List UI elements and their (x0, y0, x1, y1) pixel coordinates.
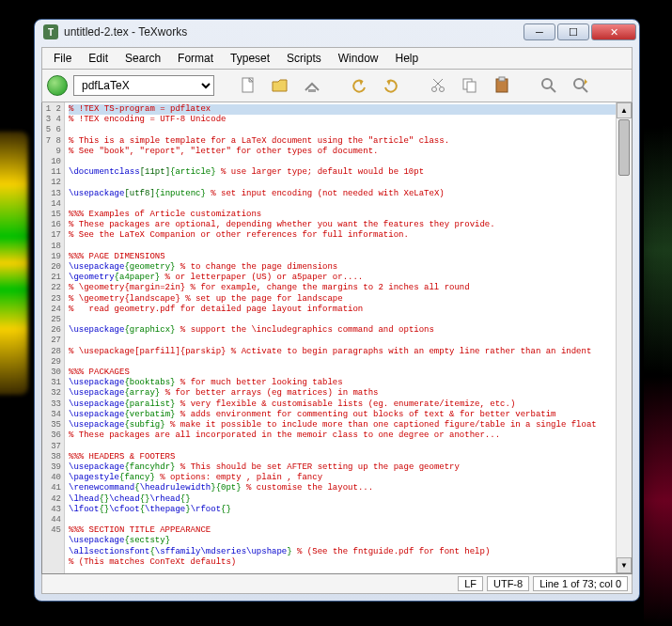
find-button[interactable] (536, 72, 562, 99)
menu-window[interactable]: Window (331, 50, 386, 67)
svg-point-2 (432, 87, 437, 92)
app-window: T untitled-2.tex - TeXworks ─ ☐ ✕ File E… (34, 19, 640, 602)
save-button[interactable] (299, 72, 325, 99)
svg-point-3 (440, 87, 445, 92)
menu-search[interactable]: Search (117, 50, 168, 67)
status-encoding[interactable]: UTF-8 (487, 576, 529, 591)
code-area[interactable]: % !TEX TS-program = pdflatex% !TEX encod… (65, 102, 632, 573)
svg-point-8 (542, 79, 552, 88)
menu-help[interactable]: Help (387, 50, 426, 67)
copy-button[interactable] (457, 72, 483, 99)
scroll-thumb[interactable] (618, 119, 630, 176)
minimize-button[interactable]: ─ (524, 23, 555, 40)
open-button[interactable] (267, 72, 293, 99)
toolbar: pdfLaTeX (41, 69, 633, 102)
menu-typeset[interactable]: Typeset (223, 50, 277, 67)
statusbar: LF UTF-8 Line 1 of 73; col 0 (41, 574, 633, 594)
scroll-down-arrow[interactable]: ▼ (617, 557, 632, 573)
cut-button[interactable] (425, 72, 451, 99)
paste-button[interactable] (489, 72, 515, 99)
titlebar[interactable]: T untitled-2.tex - TeXworks ─ ☐ ✕ (36, 21, 638, 43)
menu-format[interactable]: Format (170, 50, 221, 67)
window-title: untitled-2.tex - TeXworks (64, 25, 522, 39)
scroll-up-arrow[interactable]: ▲ (617, 102, 632, 118)
svg-rect-7 (499, 77, 505, 81)
window-controls: ─ ☐ ✕ (522, 23, 636, 40)
svg-rect-1 (308, 89, 316, 92)
maximize-button[interactable]: ☐ (557, 23, 589, 40)
editor: 1 2 3 4 5 6 7 8 9 10 11 12 13 14 15 16 1… (41, 102, 633, 574)
menubar: File Edit Search Format Typeset Scripts … (41, 47, 633, 69)
status-lineending[interactable]: LF (458, 576, 483, 591)
new-button[interactable] (235, 72, 261, 99)
replace-button[interactable] (568, 72, 594, 99)
menu-edit[interactable]: Edit (81, 50, 116, 67)
menu-scripts[interactable]: Scripts (279, 50, 329, 67)
svg-point-9 (574, 79, 584, 88)
svg-rect-5 (467, 82, 476, 92)
redo-button[interactable] (378, 72, 404, 99)
format-select[interactable]: pdfLaTeX (73, 75, 214, 96)
close-button[interactable]: ✕ (591, 23, 636, 40)
app-icon: T (43, 24, 58, 39)
menu-file[interactable]: File (46, 50, 79, 67)
typeset-button[interactable] (47, 75, 68, 96)
status-position: Line 1 of 73; col 0 (533, 576, 628, 591)
vertical-scrollbar[interactable]: ▲ ▼ (616, 102, 632, 573)
line-gutter: 1 2 3 4 5 6 7 8 9 10 11 12 13 14 15 16 1… (42, 102, 65, 573)
undo-button[interactable] (346, 72, 372, 99)
